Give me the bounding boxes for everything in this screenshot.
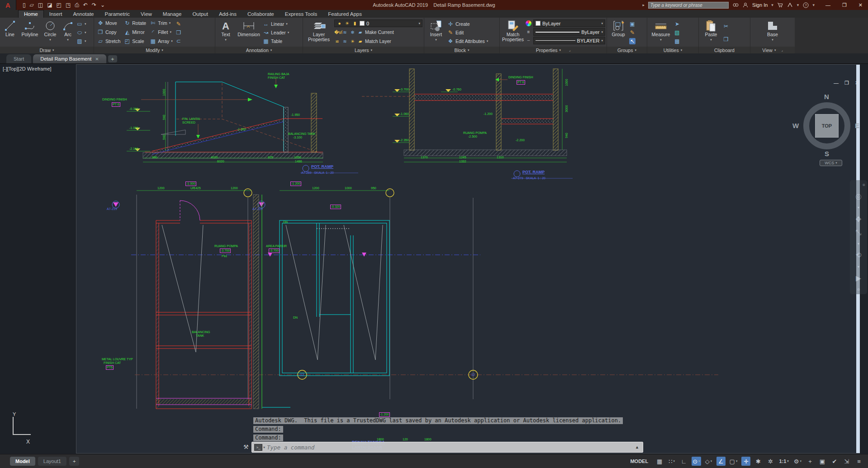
circle-dropdown-icon[interactable]: ▾ bbox=[49, 37, 51, 42]
ribbon-tab-output[interactable]: Output bbox=[187, 10, 213, 18]
graphics-performance-icon[interactable]: ✔ bbox=[830, 457, 839, 466]
ellipse-button[interactable]: ⬭▾ bbox=[76, 29, 86, 37]
command-history-expand-icon[interactable]: ▲ bbox=[635, 445, 639, 449]
app-menu-button[interactable]: A bbox=[0, 0, 16, 10]
leader-button[interactable]: ↝Leader▾ bbox=[263, 29, 289, 37]
steering-wheel-icon[interactable]: ◎ bbox=[855, 192, 862, 201]
sign-in-button[interactable]: Sign In bbox=[752, 2, 768, 8]
save-as-icon[interactable]: ◪ bbox=[47, 2, 52, 8]
showmotion-icon[interactable]: ▶ bbox=[856, 274, 861, 282]
ungroup-button[interactable]: ▣ bbox=[629, 20, 636, 28]
move-button[interactable]: ✥Move bbox=[97, 19, 120, 27]
dimension-button[interactable]: Dimension bbox=[236, 19, 262, 47]
table-button[interactable]: ▦Table bbox=[263, 37, 289, 45]
rotate-button[interactable]: ↻Rotate bbox=[124, 19, 146, 27]
model-space-indicator[interactable]: MODEL bbox=[630, 458, 648, 464]
line-button[interactable]: Line bbox=[1, 19, 19, 47]
command-input[interactable]: Type a command bbox=[267, 444, 314, 451]
circle-button[interactable]: Circle▾ bbox=[41, 19, 59, 47]
properties-expander-icon[interactable]: ⌟ bbox=[569, 48, 570, 52]
clean-screen-icon[interactable]: ⇲ bbox=[842, 457, 851, 466]
zoom-icon[interactable]: ⤡ bbox=[856, 229, 862, 237]
panel-label-draw[interactable]: Draw▾ bbox=[0, 47, 94, 53]
panel-label-layers[interactable]: Layers▾ bbox=[303, 47, 424, 53]
cut-button[interactable]: ✂ bbox=[723, 22, 729, 30]
quick-calculator-button[interactable]: ▩ bbox=[674, 37, 680, 45]
ribbon-tab-home[interactable]: Home bbox=[18, 10, 44, 18]
viewcube-north[interactable]: N bbox=[824, 93, 829, 100]
app-store-cart-icon[interactable] bbox=[777, 2, 783, 8]
viewcube-west[interactable]: W bbox=[792, 122, 799, 129]
quick-select-button[interactable]: ▧ bbox=[674, 29, 680, 37]
panel-label-utilities[interactable]: Utilities▾ bbox=[647, 47, 698, 53]
customization-icon[interactable]: ≡ bbox=[854, 457, 863, 466]
ribbon-tab-add-ins[interactable]: Add-ins bbox=[213, 10, 242, 18]
command-prompt-icon[interactable]: >_ bbox=[254, 444, 262, 451]
copy-clip-button[interactable]: ❐ bbox=[723, 35, 729, 43]
layout1-tab[interactable]: Layout1 bbox=[38, 457, 66, 466]
text-button[interactable]: A Text▾ bbox=[217, 19, 235, 47]
panel-label-modify[interactable]: Modify▾ bbox=[94, 47, 215, 53]
annotation-monitor-icon[interactable]: + bbox=[806, 457, 815, 466]
infocenter-collapse-icon[interactable]: ▸ bbox=[643, 3, 645, 7]
doc-minimize-button[interactable]: — bbox=[834, 80, 839, 86]
group-selection-button[interactable]: ↖ bbox=[629, 37, 636, 45]
viewcube-south[interactable]: S bbox=[825, 150, 829, 158]
add-layout-button[interactable]: + bbox=[69, 457, 79, 466]
match-properties-button[interactable]: Match Properties bbox=[501, 19, 525, 47]
ortho-mode-icon[interactable]: ∟ bbox=[679, 457, 688, 466]
save-icon[interactable]: ◫ bbox=[38, 2, 43, 8]
offset-button[interactable]: ⊂ bbox=[175, 37, 182, 45]
autodesk-360-dropdown-icon[interactable]: ▾ bbox=[797, 3, 799, 7]
orbit-icon[interactable]: ⟲ bbox=[855, 251, 861, 259]
match-layer-button[interactable]: ≌≋☀▰ Match Layer bbox=[334, 37, 422, 45]
workspace-switching-icon[interactable]: ⚙▾ bbox=[793, 457, 802, 466]
object-snap-icon[interactable]: ▢▾ bbox=[729, 457, 739, 466]
sign-in-dropdown-icon[interactable]: ▾ bbox=[771, 3, 773, 7]
object-color-select[interactable]: ByLayer▾ bbox=[533, 19, 605, 27]
isolate-objects-icon[interactable]: ▣ bbox=[818, 457, 827, 466]
close-tab-icon[interactable]: ✕ bbox=[95, 57, 99, 62]
linear-button[interactable]: ↔Linear▾ bbox=[263, 20, 289, 28]
erase-button[interactable]: ✎ bbox=[175, 20, 182, 28]
wcs-menu[interactable]: WCS▾ bbox=[820, 160, 842, 166]
search-input[interactable] bbox=[648, 2, 729, 9]
help-dropdown-icon[interactable]: ▾ bbox=[812, 3, 815, 7]
isometric-drafting-icon[interactable]: ◇▾ bbox=[704, 457, 713, 466]
stretch-button[interactable]: ▱Stretch bbox=[97, 37, 120, 45]
panel-label-view[interactable]: View▾⌟ bbox=[750, 47, 795, 53]
polyline-button[interactable]: Polyline bbox=[19, 19, 40, 47]
arc-button[interactable]: Arc▾ bbox=[60, 19, 76, 47]
measure-button[interactable]: Measure▾ bbox=[649, 19, 673, 47]
create-block-button[interactable]: ✢Create bbox=[447, 20, 488, 28]
ribbon-tab-view[interactable]: View bbox=[135, 10, 157, 18]
array-button[interactable]: ▦Array▾ bbox=[150, 37, 173, 45]
help-icon[interactable]: ? bbox=[802, 2, 809, 8]
hatch-button[interactable]: ▨▾ bbox=[76, 37, 86, 45]
viewport-controls[interactable]: [-][Top][2D Wireframe] bbox=[3, 66, 52, 72]
pan-icon[interactable]: ✥ bbox=[855, 215, 861, 224]
panel-label-groups[interactable]: Groups▾ bbox=[607, 47, 647, 53]
new-file-icon[interactable]: ▯ bbox=[23, 2, 26, 8]
group-button[interactable]: ✦ Group bbox=[608, 19, 628, 47]
layer-properties-button[interactable]: Layer Properties bbox=[304, 19, 333, 47]
select-similar-button[interactable]: ➤ bbox=[674, 20, 680, 28]
panel-label-properties[interactable]: Properties▾⌟ bbox=[500, 47, 607, 53]
arc-dropdown-icon[interactable]: ▾ bbox=[67, 37, 69, 42]
close-button[interactable]: ✕ bbox=[859, 2, 863, 8]
edit-block-button[interactable]: ✎Edit bbox=[447, 29, 488, 37]
annotation-scale-icon[interactable]: ✲ bbox=[766, 457, 775, 466]
copy-button[interactable]: ❐Copy bbox=[97, 28, 120, 36]
new-tab-button[interactable]: ＋ bbox=[108, 55, 117, 62]
undo-icon[interactable]: ↶ bbox=[83, 2, 88, 8]
object-snap-tracking-icon[interactable]: ∠ bbox=[716, 457, 726, 466]
drawing-area[interactable]: .cy{stroke:#00dcdc;fill:none}.rd{stroke:… bbox=[0, 64, 868, 454]
viewcube-east[interactable]: E bbox=[855, 122, 859, 129]
redo-icon[interactable]: ↷ bbox=[92, 2, 96, 8]
rectangle-button[interactable]: ▭▾ bbox=[76, 20, 86, 28]
autoscale-icon[interactable]: ✱ bbox=[754, 457, 763, 466]
navbar-close-icon[interactable]: ⊗ bbox=[862, 183, 865, 187]
mobile-share-icon[interactable]: ◳ bbox=[66, 2, 71, 8]
snap-mode-icon[interactable]: ∷▾ bbox=[667, 457, 676, 466]
navbar-options-icon[interactable]: ⊖ bbox=[857, 287, 860, 291]
